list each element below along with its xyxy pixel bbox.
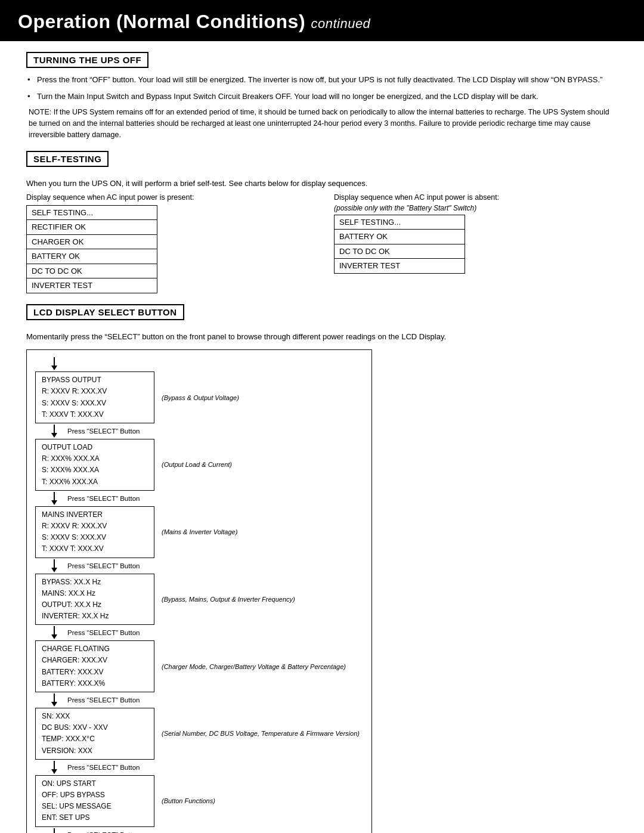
bullet-1: Press the front “OFF” button. Your load … [26, 74, 618, 86]
left-row-2: CHARGER OK [27, 234, 157, 249]
flow-line: CHARGER: XXX.XV [42, 655, 148, 666]
flow-item-5: SN: XXX DC BUS: XXV - XXV TEMP: XXX.X°C … [35, 708, 363, 760]
press-select-1: Press “SELECT” Button [67, 495, 140, 502]
note-text: NOTE: If the UPS System remains off for … [26, 107, 618, 140]
continued-label: continued [311, 16, 370, 31]
flow-line: DC BUS: XXV - XXV [42, 722, 148, 733]
right-label: Display sequence when AC input power is … [334, 193, 618, 202]
flow-note-0: (Bypass & Output Voltage) [162, 394, 239, 401]
turning-off-heading: TURNING THE UPS OFF [26, 52, 148, 68]
flow-line: MAINS: XX.X Hz [42, 588, 148, 599]
table-row: SELF TESTING... [27, 205, 157, 220]
left-row-5: INVERTER TEST [27, 278, 157, 293]
table-row: BATTERY OK [27, 249, 157, 264]
left-row-0: SELF TESTING... [27, 205, 157, 220]
press-select-4: Press “SELECT” Button [67, 696, 140, 704]
page-wrapper: Operation (Normal Conditions) continued … [0, 0, 644, 833]
flow-line: OUTPUT: XX.X Hz [42, 599, 148, 611]
flow-line: S: XXXV S: XXX.XV [42, 532, 148, 543]
flow-note-5: (Serial Number, DC BUS Voltage, Temperat… [162, 730, 360, 737]
right-note: (possible only with the "Battery Start" … [334, 204, 618, 212]
flow-line: BYPASS: XX.X Hz [42, 577, 148, 588]
left-row-4: DC TO DC OK [27, 264, 157, 278]
flow-line: T: XXXV T: XXX.XV [42, 543, 148, 555]
flow-item-2: MAINS INVERTER R: XXXV R: XXX.XV S: XXXV… [35, 506, 363, 558]
bullet-2: Turn the Main Input Switch and Bypass In… [26, 91, 618, 103]
right-row-0: SELF TESTING... [335, 215, 465, 230]
flow-note-2: (Mains & Inverter Voltage) [162, 528, 237, 535]
flow-line: ON: UPS START [42, 778, 148, 789]
flow-line: S: XXX% XXX.XA [42, 465, 148, 476]
flow-line: OUTPUT LOAD [42, 442, 148, 453]
arrow-label-2: Press “SELECT” Button [51, 559, 363, 572]
table-row: BATTERY OK [335, 230, 465, 244]
right-seq-table: SELF TESTING... BATTERY OK DC TO DC OK I… [334, 215, 465, 274]
arrow-label-4: Press “SELECT” Button [51, 693, 363, 707]
flow-line: INVERTER: XX.X Hz [42, 611, 148, 622]
flow-line: VERSION: XXX [42, 745, 148, 757]
flow-line: TEMP: XXX.X°C [42, 733, 148, 745]
flow-box-4: CHARGE FLOATING CHARGER: XXX.XV BATTERY:… [35, 640, 154, 692]
left-label: Display sequence when AC input power is … [26, 193, 310, 202]
flow-note-1: (Output Load & Current) [162, 461, 232, 468]
flow-line: OFF: UPS BYPASS [42, 789, 148, 801]
flow-item-0: BYPASS OUTPUT R: XXXV R: XXX.XV S: XXXV … [35, 371, 363, 423]
flow-line: MAINS INVERTER [42, 509, 148, 521]
arrow-label-1: Press “SELECT” Button [51, 492, 363, 505]
right-row-1: BATTERY OK [335, 230, 465, 244]
arrow-label-5: Press “SELECT” Button [51, 761, 363, 774]
left-row-1: RECTIFIER OK [27, 220, 157, 235]
table-row: DC TO DC OK [27, 264, 157, 278]
flow-item-6: ON: UPS START OFF: UPS BYPASS SEL: UPS M… [35, 775, 363, 827]
flow-item-1: OUTPUT LOAD R: XXX% XXX.XA S: XXX% XXX.X… [35, 439, 363, 491]
flow-box-6: ON: UPS START OFF: UPS BYPASS SEL: UPS M… [35, 775, 154, 827]
flow-line: SEL: UPS MESSAGE [42, 801, 148, 812]
left-seq-table: SELF TESTING... RECTIFIER OK CHARGER OK … [26, 205, 157, 293]
table-row: CHARGER OK [27, 234, 157, 249]
flow-note-4: (Charger Mode, Charger/Battery Voltage &… [162, 663, 346, 670]
flow-line: T: XXXV T: XXX.XV [42, 409, 148, 420]
page-header: Operation (Normal Conditions) continued [0, 0, 644, 41]
right-row-2: DC TO DC OK [335, 244, 465, 259]
press-select-3: Press “SELECT” Button [67, 629, 140, 636]
right-row-3: INVERTER TEST [335, 259, 465, 274]
flow-box-0: BYPASS OUTPUT R: XXXV R: XXX.XV S: XXXV … [35, 371, 154, 423]
page-title: Operation (Normal Conditions) continued [18, 11, 626, 33]
arrow-label-3: Press “SELECT” Button [51, 626, 363, 639]
flow-line: R: XXX% XXX.XA [42, 453, 148, 465]
table-row: RECTIFIER OK [27, 220, 157, 235]
flow-line: R: XXXV R: XXX.XV [42, 386, 148, 397]
table-row: INVERTER TEST [27, 278, 157, 293]
flow-line: BATTERY: XXX.XV [42, 667, 148, 678]
table-row: DC TO DC OK [335, 244, 465, 259]
content-area: TURNING THE UPS OFF Press the front “OFF… [0, 52, 644, 833]
flow-line: T: XXX% XXX.XA [42, 476, 148, 488]
flow-line: ENT: SET UPS [42, 812, 148, 823]
flow-box-5: SN: XXX DC BUS: XXV - XXV TEMP: XXX.X°C … [35, 708, 154, 760]
right-table-col: Display sequence when AC input power is … [334, 193, 618, 274]
lcd-section: LCD DISPLAY SELECT BUTTON Momentarily pr… [26, 304, 618, 833]
press-select-6: Press “SELECT” Button [67, 831, 140, 834]
flow-box-2: MAINS INVERTER R: XXXV R: XXX.XV S: XXXV… [35, 506, 154, 558]
flow-line: CHARGE FLOATING [42, 643, 148, 655]
turning-off-bullets: Press the front “OFF” button. Your load … [26, 74, 618, 102]
arrow-label-6: Press “SELECT” Button [51, 828, 363, 834]
left-row-3: BATTERY OK [27, 249, 157, 264]
flow-line: BATTERY: XXX.X% [42, 678, 148, 689]
self-testing-desc: When you turn the UPS ON, it will perfor… [26, 178, 618, 190]
arrow-label-0: Press “SELECT” Button [51, 425, 363, 438]
top-arrow [51, 357, 363, 370]
lcd-heading: LCD DISPLAY SELECT BUTTON [26, 304, 184, 320]
self-testing-tables: Display sequence when AC input power is … [26, 193, 618, 293]
turning-off-section: TURNING THE UPS OFF Press the front “OFF… [26, 52, 618, 140]
self-testing-section: SELF-TESTING When you turn the UPS ON, i… [26, 151, 618, 293]
table-row: INVERTER TEST [335, 259, 465, 274]
press-select-0: Press “SELECT” Button [67, 428, 140, 435]
press-select-5: Press “SELECT” Button [67, 764, 140, 771]
flow-line: BYPASS OUTPUT [42, 374, 148, 386]
flow-diagram: BYPASS OUTPUT R: XXXV R: XXX.XV S: XXXV … [26, 349, 372, 833]
flow-item-3: BYPASS: XX.X Hz MAINS: XX.X Hz OUTPUT: X… [35, 574, 363, 625]
flow-line: SN: XXX [42, 711, 148, 722]
flow-box-3: BYPASS: XX.X Hz MAINS: XX.X Hz OUTPUT: X… [35, 574, 154, 625]
table-row: SELF TESTING... [335, 215, 465, 230]
